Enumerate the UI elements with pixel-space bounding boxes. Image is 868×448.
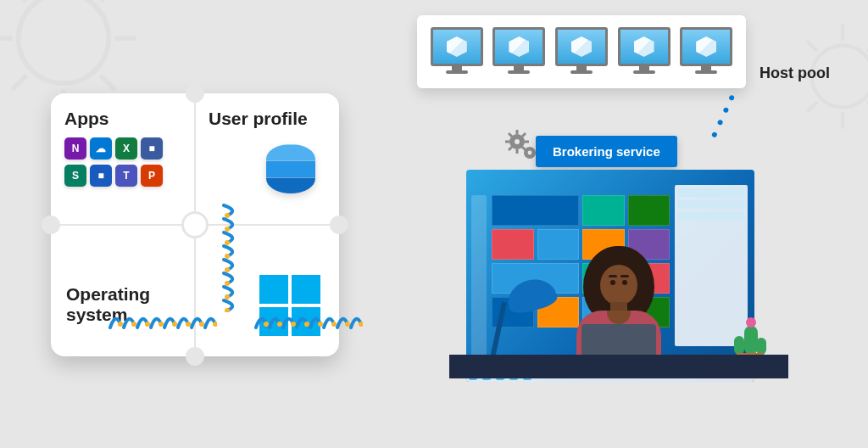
svg-point-43 [515, 139, 520, 144]
app-icon-powerpoint: P [141, 165, 163, 187]
svg-point-21 [159, 322, 164, 327]
svg-line-52 [522, 133, 526, 137]
svg-point-34 [225, 213, 230, 218]
svg-line-50 [509, 133, 512, 137]
svg-line-7 [101, 0, 115, 1]
cloud-vm-icon [431, 27, 482, 76]
cloud-vm-icon [556, 27, 607, 76]
svg-point-19 [131, 322, 136, 327]
app-icons-row: N ☁ X ■ [64, 137, 181, 160]
svg-point-20 [145, 322, 150, 327]
svg-point-24 [199, 322, 204, 327]
os-cell: Operating system [51, 225, 195, 356]
user-profile-heading: User profile [209, 109, 326, 129]
host-pool-card [417, 15, 746, 88]
puzzle-card: Apps N ☁ X ■ S ■ T P User profile Operat… [51, 93, 339, 356]
svg-point-28 [291, 322, 296, 327]
svg-point-38 [225, 267, 230, 272]
svg-line-8 [12, 76, 26, 90]
brokering-service-label: Brokering service [536, 136, 677, 167]
svg-point-23 [186, 322, 191, 327]
connection-dots [711, 94, 735, 137]
svg-point-35 [225, 227, 230, 232]
app-icon-teams: T [115, 165, 137, 187]
svg-point-32 [345, 322, 350, 327]
app-icon-generic: ■ [141, 137, 163, 160]
svg-point-18 [118, 322, 123, 327]
host-pool-label: Host pool [760, 64, 830, 82]
app-icon-excel: X [115, 137, 137, 160]
apps-cell: Apps N ☁ X ■ S ■ T P [51, 93, 195, 225]
svg-point-36 [225, 240, 230, 245]
msix-connector [108, 312, 217, 331]
msix-connector [220, 204, 239, 312]
svg-point-37 [225, 254, 230, 259]
svg-point-40 [225, 294, 230, 300]
svg-point-26 [264, 322, 269, 327]
svg-point-45 [528, 151, 532, 155]
svg-point-0 [19, 0, 108, 83]
app-icon-onenote: N [64, 137, 86, 160]
svg-point-27 [277, 322, 282, 327]
svg-line-5 [12, 0, 26, 1]
apps-heading: Apps [64, 109, 181, 129]
svg-line-53 [509, 147, 512, 150]
cloud-vm-icon [619, 27, 670, 76]
user-profile-cell: User profile [195, 93, 339, 225]
database-icon [266, 144, 315, 193]
app-icon-word: ■ [90, 165, 112, 187]
svg-line-14 [807, 41, 818, 52]
svg-point-31 [331, 322, 337, 327]
cloud-vm-icon [493, 27, 544, 76]
svg-line-51 [522, 147, 526, 150]
svg-point-30 [318, 322, 323, 327]
cloud-vm-icon [681, 27, 732, 76]
svg-point-22 [172, 322, 177, 327]
desk-surface [449, 355, 788, 378]
app-icon-sharepoint: S [64, 165, 86, 187]
app-icons-row: S ■ T P [64, 165, 181, 187]
svg-point-39 [225, 281, 230, 286]
app-icon-onedrive: ☁ [90, 137, 112, 160]
msix-connector [254, 312, 363, 331]
svg-point-29 [304, 322, 309, 327]
svg-line-17 [807, 101, 818, 112]
svg-line-6 [101, 76, 115, 90]
